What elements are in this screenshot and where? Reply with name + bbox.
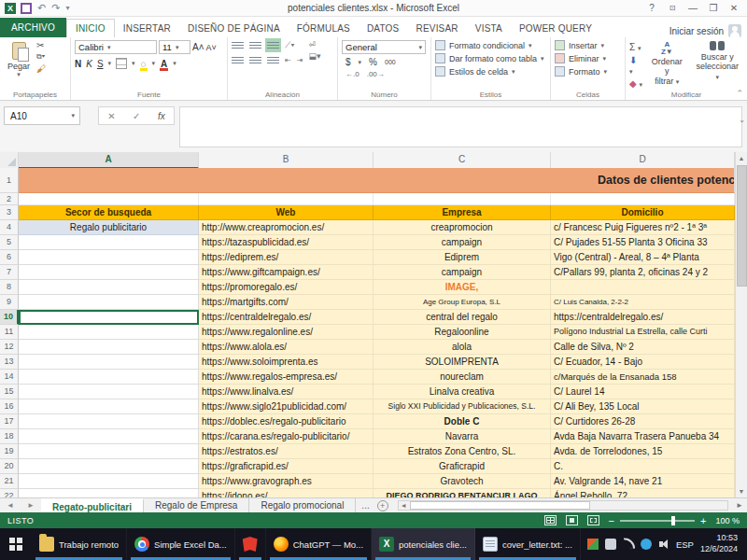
row-header[interactable]: 9 [0, 295, 19, 310]
cell[interactable]: Navarra [374, 429, 551, 444]
close-button[interactable]: ✕ [725, 2, 743, 15]
cell[interactable]: Avda. de Torrelodones, 15 [551, 444, 735, 459]
tray-circle-icon[interactable] [641, 539, 652, 550]
row-header[interactable]: 7 [0, 265, 19, 280]
sign-in[interactable]: Iniciar sesión [669, 24, 747, 37]
cell[interactable]: Estratos Zona Centro, SL. [374, 444, 551, 459]
cell[interactable] [19, 399, 199, 414]
collapse-ribbon-icon[interactable]: ⌃ [736, 89, 743, 98]
cell[interactable]: https://www.regalos-empresa.es/ [199, 370, 374, 385]
cancel-formula-icon[interactable]: ✕ [107, 111, 115, 121]
number-format-select[interactable]: General ▾ [342, 40, 426, 54]
cell[interactable] [19, 429, 199, 444]
row-header[interactable]: 4 [0, 220, 19, 235]
cell[interactable]: https://tazaspublicidad.es/ [199, 235, 374, 250]
tab-formulas[interactable]: FÓRMULAS [289, 20, 359, 37]
row-header[interactable]: 16 [0, 399, 19, 414]
cell[interactable]: Regalo publicitario [19, 220, 199, 235]
cell[interactable]: Linalva creativa [374, 385, 551, 399]
cell[interactable]: https://www.soloimprenta.es [199, 355, 374, 370]
format-as-table-button[interactable]: Dar formato como tabla ▾ [435, 53, 544, 63]
clear-icon[interactable]: ◆ ▾ [629, 78, 642, 89]
tab-diseno[interactable]: DISEÑO DE PÁGINA [179, 20, 289, 37]
cell[interactable]: noureclam [374, 370, 551, 385]
cell[interactable] [19, 265, 199, 280]
cell[interactable]: https://www.gravograph.es [199, 474, 374, 489]
sheet-nav-next-icon[interactable]: ► [27, 501, 35, 510]
tray-app-icon[interactable] [587, 539, 599, 550]
cell[interactable]: C/ Laurel 14 [551, 385, 735, 399]
enter-formula-icon[interactable]: ✓ [133, 111, 140, 121]
tab-power-query[interactable]: POWER QUERY [511, 20, 600, 37]
help-button[interactable]: ? [642, 2, 661, 15]
bold-button[interactable]: N [75, 59, 81, 69]
keyboard-icon[interactable] [605, 539, 616, 550]
cell[interactable]: central del regalo [374, 310, 551, 325]
cell[interactable]: https://promoregalo.es/ [199, 280, 374, 295]
cell[interactable]: https://www.linalva.es/ [199, 385, 374, 399]
row-header[interactable]: 6 [0, 250, 19, 265]
insert-function-icon[interactable]: fx [158, 111, 165, 121]
cut-icon[interactable]: ✂ [36, 40, 46, 50]
cell[interactable] [19, 474, 199, 489]
align-top-icon[interactable] [232, 40, 244, 50]
cell[interactable]: https://centraldelregalo.es/ [551, 310, 735, 325]
horizontal-scroll-thumb[interactable] [410, 501, 591, 510]
format-painter-icon[interactable]: 🖌 [36, 63, 46, 74]
cell[interactable]: C/ Ecuador, 14 - Bajo [551, 355, 735, 370]
format-cells-button[interactable]: Formato ▾ [555, 66, 607, 77]
horizontal-scrollbar[interactable]: ◄ [398, 500, 728, 511]
scroll-up-icon[interactable]: ▲ [736, 152, 747, 164]
wifi-icon[interactable] [623, 539, 634, 550]
cell[interactable]: C/ Ali Bey, 135 Local [551, 399, 735, 414]
header-cell[interactable]: Secor de busqueda [19, 205, 199, 220]
increase-indent-icon[interactable]: ⇥ [297, 56, 303, 64]
row-header[interactable]: 14 [0, 370, 19, 385]
new-sheet-button[interactable]: + [377, 500, 388, 511]
cell[interactable]: Calle de Silva, Nº 2 [551, 340, 735, 355]
row-header[interactable]: 15 [0, 385, 19, 399]
merge-center-icon[interactable]: ⬓▾ [308, 51, 320, 61]
zoom-out-icon[interactable]: − [609, 515, 614, 526]
column-header-b[interactable]: B [199, 152, 374, 169]
sheet-tab-regalo-promocional[interactable]: Regalo promocional [249, 498, 356, 512]
row-header[interactable]: 22 [0, 489, 19, 497]
save-icon[interactable] [21, 3, 32, 14]
cell[interactable] [19, 489, 199, 497]
cell[interactable]: Vigo (Central) - Areal, 8 – 4ª Planta [551, 250, 735, 265]
cell[interactable]: campaign [374, 235, 551, 250]
underline-button[interactable]: S [97, 59, 104, 69]
cell[interactable]: https://estratos.es/ [199, 444, 374, 459]
tab-inicio[interactable]: INICIO [66, 19, 115, 37]
zoom-in-icon[interactable]: + [700, 515, 706, 526]
cell[interactable] [19, 325, 199, 340]
scroll-right-icon[interactable]: ► [732, 498, 747, 512]
autosum-icon[interactable]: Σ ▾ [629, 42, 642, 52]
cell[interactable]: C/ Curtidores 26-28 [551, 414, 735, 429]
percent-icon[interactable]: % [369, 57, 377, 67]
shrink-font-icon[interactable]: A˅ [206, 43, 217, 52]
cell[interactable]: Age Group Europa, S.L [374, 295, 551, 310]
delete-cells-button[interactable]: Eliminar ▾ [555, 53, 607, 63]
banner-cell[interactable]: Datos de clientes potenciales [19, 168, 735, 193]
cell[interactable]: https://ediprem.es/ [199, 250, 374, 265]
sheet-nav-prev-icon[interactable]: ◄ [7, 501, 14, 510]
tab-insertar[interactable]: INSERTAR [115, 20, 179, 37]
cell[interactable]: https://carana.es/regalo-publicitario/ [199, 429, 374, 444]
row-header[interactable]: 5 [0, 235, 19, 250]
quick-access-dropdown-icon[interactable]: ▾ [65, 4, 69, 12]
cell[interactable]: C/ Luis Canalda, 2-2-2 [551, 295, 735, 310]
tab-revisar[interactable]: REVISAR [407, 20, 466, 37]
cell[interactable]: https://graficrapid.es/ [199, 459, 374, 474]
conditional-formatting-button[interactable]: Formato condicional ▾ [435, 40, 544, 50]
taskbar-item-firefox[interactable]: ChatGPT — Mo... [266, 528, 372, 560]
vertical-scrollbar[interactable]: ▲ ▼ [735, 152, 747, 497]
wrap-text-icon[interactable]: ⏎ [308, 40, 320, 49]
cell[interactable]: Ángel Rebollo, 72 [551, 489, 735, 497]
column-header-a[interactable]: A [19, 152, 199, 169]
cell[interactable]: https://idono.es/ [199, 489, 374, 497]
row-header[interactable]: 3 [0, 205, 19, 220]
cell[interactable]: Av. Valgrande 14, nave 21 [551, 474, 735, 489]
row-header[interactable]: 18 [0, 429, 19, 444]
page-break-view-icon[interactable] [587, 515, 599, 525]
